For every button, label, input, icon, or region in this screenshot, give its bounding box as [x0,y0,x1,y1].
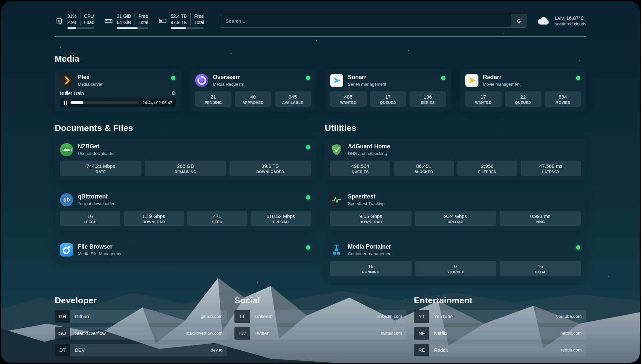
playback-progress-bar[interactable] [71,101,139,104]
bookmark-link[interactable]: RE Reddit reddit.com [414,344,586,356]
memory-icon [104,16,113,25]
stat-box: 0.993 ms PING [500,211,581,226]
stat-box: 39.6 TB DOWNLOADED [229,161,311,176]
stat-label: PING [501,220,580,224]
bookmark-name: DEV [75,348,85,353]
bookmark-abbr-icon: DT [55,344,70,356]
app-card-speedtest[interactable]: Speedtest Speedtest Tracking 9.65 Gbps D… [325,189,586,231]
stat-value: 22 [506,94,540,100]
stat-box: 40 APPROVED [235,91,271,107]
stat-value: 485 [331,94,365,100]
app-card-overseerr[interactable]: Overseerr Media Requests 21 PENDING 40 [190,69,317,112]
stat-value: 945 [276,94,310,100]
stat-label: BLOCKED [395,170,453,174]
stat-box: 22 QUEUED [505,91,541,107]
disk-total-label: Total [194,19,204,26]
stat-label: FILTERED [459,170,516,174]
app-description: Media Requests [213,82,244,87]
overseerr-icon [195,74,208,87]
cpu-percent: 31% [67,13,76,19]
app-name: Speedtest [348,193,384,200]
bookmark-list: YT YouTube youtube.com NF Netflix netfli… [414,310,586,356]
bookmark-url: twitter.com [381,331,402,336]
app-description: Media File Management [78,251,124,256]
stat-label: AVAILABLE [276,101,310,105]
stat-box: 17 QUEUED [370,91,407,107]
weather-location: Lviv, 16.87°C [555,15,586,21]
app-name: Radarr [483,74,521,81]
app-name: qBittorrent [78,193,114,200]
stat-value: 9.65 Gbps [331,213,410,219]
search-engine-button[interactable]: G [511,14,527,27]
bookmark-link[interactable]: SO StackOverflow stackoverflow.com [55,327,227,340]
stat-box: 16 LEECH [60,211,120,226]
stat-box: 266 GB REMAINING [145,161,226,176]
app-description: Usenet downloader [78,151,115,156]
bookmark-link[interactable]: GH Github github.com [55,310,227,323]
stat-label: DOWNLOAD [125,220,183,224]
disk-free-value: 52.4 TB [171,13,187,19]
cpu-usage-bar [67,27,94,29]
bookmark-link[interactable]: DT DEV dev.to [55,344,227,356]
now-playing-title: Bullet Train [60,91,84,96]
stat-box: 834 MOVIES [545,91,581,107]
app-card-qbittorrent[interactable]: qb qBittorrent Torrent downloader 16 LEE [55,189,316,231]
app-card-radarr[interactable]: Radarr Movie management 17 WANTED 22 [460,69,587,112]
bookmark-list: GH Github github.com SO StackOverflow st… [55,310,227,356]
cpu-icon [55,16,64,25]
bookmark-list: LI LinkedIn linkedin.com TW Twitter twit… [234,310,407,340]
stat-value: 834 [546,94,580,100]
stat-label: UPLOAD [416,220,495,224]
stat-box: 9.65 Gbps DOWNLOAD [330,211,412,226]
stat-label: LEECH [61,220,119,224]
header-divider [55,36,586,37]
stat-label: MOVIES [546,101,580,105]
stat-value: 2,956 [459,163,516,169]
status-online-dot [576,245,580,250]
stat-label: RATE [61,170,140,174]
app-card-portainer[interactable]: Media Portainer Container management 16 … [325,239,586,281]
stat-box: 86,401 BLOCKED [394,161,454,176]
stat-box: 945 AVAILABLE [275,91,311,107]
bookmark-link[interactable]: LI LinkedIn linkedin.com [234,310,407,323]
pause-icon[interactable] [64,101,67,105]
stat-box: 196 SERIES [410,91,446,107]
bookmark-abbr-icon: TW [234,327,250,340]
speedtest-icon [330,193,343,206]
bookmark-url: github.com [201,314,223,319]
gear-icon[interactable]: ⚙ [171,91,176,96]
bookmark-link[interactable]: YT YouTube youtube.com [414,310,586,323]
cpu-label: CPU [84,13,94,19]
stat-value: 39.6 TB [231,163,310,169]
bookmark-link[interactable]: NF Netflix netflix.com [414,327,586,340]
weather-condition: scattered clouds [555,21,586,26]
section-title-entertainment: Entertainment [414,295,586,306]
app-card-nzbget[interactable]: nzbget NZBGet Usenet downloader 744.21 M… [55,138,316,181]
cpu-load-label: Load [84,19,94,26]
app-card-filebrowser[interactable]: File Browser Media File Management [55,239,316,261]
cloud-icon [537,15,551,26]
documents-column: Documents & Files nzbget NZBGet Usenet d… [55,123,316,261]
disk-free-label: Free [194,13,204,19]
stat-box: 17 WANTED [465,91,502,107]
app-card-sonarr[interactable]: Sonarr Series management 485 WANTED 17 [325,69,451,112]
dashboard-screen: 31% 2.94 CPU Load [1,1,640,363]
app-description: Torrent downloader [78,201,114,206]
app-description: Movie management [483,82,521,87]
stat-label: STOPPED [416,270,495,274]
bookmark-abbr-icon: NF [414,327,429,340]
stat-label: QUEUED [506,101,540,105]
stat-label: QUERIES [331,170,389,174]
bookmark-url: linkedin.com [377,314,402,319]
stat-box: 1.19 Gbps DOWNLOAD [124,211,184,226]
plex-icon [60,74,73,87]
qbittorrent-icon: qb [60,193,73,206]
bookmark-link[interactable]: TW Twitter twitter.com [234,327,407,340]
nzbget-icon: nzbget [60,143,73,156]
hard-drive-icon [158,16,167,25]
app-card-plex[interactable]: Plex Media server Bullet Train ⚙ 24:44 /… [55,69,181,112]
media-card-row: Plex Media server Bullet Train ⚙ 24:44 /… [55,69,586,112]
app-card-adguard[interactable]: AdGuard Home DNS and adblocking 498,564 … [325,138,586,181]
bookmark-abbr-icon: YT [414,310,429,323]
search-input[interactable] [220,14,511,27]
